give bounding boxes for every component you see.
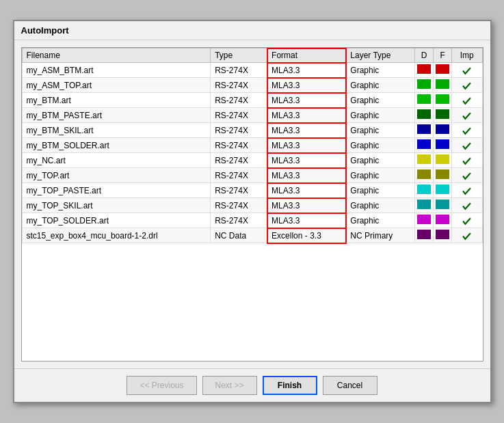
col-header-d: D — [415, 49, 434, 63]
finish-button[interactable]: Finish — [263, 376, 317, 395]
dialog-footer: << Previous Next >> Finish Cancel — [14, 368, 490, 402]
table-row[interactable]: stc15_exp_box4_mcu_board-1-2.drlNC DataE… — [22, 228, 482, 243]
col-header-imp: Imp — [452, 49, 482, 63]
table-row[interactable]: my_BTM_SKIL.artRS-274XMLA3.3Graphic — [22, 123, 482, 138]
table-header-row: Filename Type Format Layer Type D F Imp — [22, 49, 482, 63]
table-row[interactable]: my_TOP.artRS-274XMLA3.3Graphic — [22, 168, 482, 183]
col-header-filename: Filename — [22, 49, 211, 63]
dialog-content: Filename Type Format Layer Type D F Imp … — [14, 40, 490, 368]
table-row[interactable]: my_BTM.artRS-274XMLA3.3Graphic — [22, 93, 482, 108]
table-row[interactable]: my_TOP_SOLDER.artRS-274XMLA3.3Graphic — [22, 213, 482, 228]
table-row[interactable]: my_BTM_SOLDER.artRS-274XMLA3.3Graphic — [22, 138, 482, 153]
table-row[interactable]: my_TOP_SKIL.artRS-274XMLA3.3Graphic — [22, 198, 482, 213]
next-button[interactable]: Next >> — [202, 376, 257, 395]
table-row[interactable]: my_TOP_PASTE.artRS-274XMLA3.3Graphic — [22, 183, 482, 198]
previous-button[interactable]: << Previous — [127, 376, 196, 395]
col-header-format: Format — [267, 49, 346, 63]
table-row[interactable]: my_ASM_BTM.artRS-274XMLA3.3Graphic — [22, 63, 482, 78]
cancel-button[interactable]: Cancel — [323, 376, 377, 395]
file-table: Filename Type Format Layer Type D F Imp … — [22, 48, 483, 243]
dialog-title: AutoImport — [14, 21, 490, 40]
table-row[interactable]: my_ASM_TOP.artRS-274XMLA3.3Graphic — [22, 78, 482, 93]
col-header-f: F — [434, 49, 452, 63]
table-row[interactable]: my_BTM_PASTE.artRS-274XMLA3.3Graphic — [22, 108, 482, 123]
col-header-layertype: Layer Type — [346, 49, 415, 63]
file-table-container: Filename Type Format Layer Type D F Imp … — [21, 47, 483, 361]
autoimport-dialog: AutoImport Filename Type Format Layer Ty… — [13, 20, 492, 403]
table-row[interactable]: my_NC.artRS-274XMLA3.3Graphic — [22, 153, 482, 168]
col-header-type: Type — [211, 49, 267, 63]
